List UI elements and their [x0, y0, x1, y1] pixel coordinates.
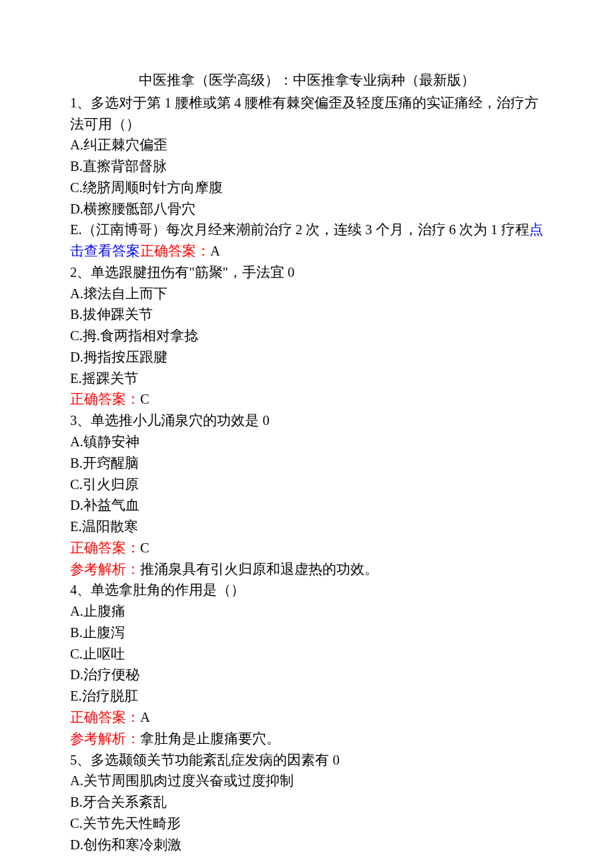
q5-option-b: B.牙合关系紊乱 — [70, 792, 544, 813]
q3-answer-line: 正确答案：C — [70, 538, 544, 559]
q3-option-b: B.开窍醒脑 — [70, 453, 544, 474]
q2-option-e: E.摇踝关节 — [70, 368, 544, 390]
q2-stem-prefix: 2、单选 — [70, 265, 119, 280]
q3-answer-label: 正确答案： — [70, 540, 140, 555]
q3-option-d: D.补益气血 — [70, 495, 544, 516]
q2-stem-rest: 跟腱扭伤有"筋聚"，手法宜 0 — [119, 265, 294, 280]
q4-explain-line: 参考解析：拿肚角是止腹痛要穴。 — [70, 729, 544, 750]
q1-option-a: A.纠正棘穴偏歪 — [70, 135, 544, 156]
q1-answer-value: A — [210, 244, 220, 258]
q4-stem-prefix: 4、单选 — [70, 582, 119, 597]
question-2: 2、单选跟腱扭伤有"筋聚"，手法宜 0 A.㨰法自上而下 B.拔伸踝关节 C.拇… — [70, 262, 544, 410]
q1-stem-prefix: 1、多选 — [70, 95, 119, 110]
q4-option-a: A.止腹痛 — [70, 601, 544, 622]
q3-option-a: A.镇静安神 — [70, 432, 544, 453]
q2-answer-label: 正确答案： — [70, 392, 140, 406]
q2-stem: 2、单选跟腱扭伤有"筋聚"，手法宜 0 — [70, 262, 544, 284]
q5-stem-prefix: 5、多选 — [70, 753, 119, 767]
q3-stem: 3、单选推小儿涌泉穴的功效是 0 — [70, 410, 544, 432]
q2-answer-line: 正确答案：C — [70, 389, 544, 410]
q2-option-c: C.拇.食两指相对拿捻 — [70, 326, 544, 347]
q3-answer-value: C — [140, 540, 149, 555]
q4-answer-line: 正确答案：A — [70, 707, 544, 729]
q5-option-c: C.关节先天性畸形 — [70, 813, 544, 835]
q4-answer-value: A — [140, 710, 150, 725]
q1-option-c: C.绕脐周顺时针方向摩腹 — [70, 177, 544, 199]
q3-explain-label: 参考解析： — [70, 562, 140, 576]
q4-explain-label: 参考解析： — [70, 731, 140, 746]
q5-stem-rest: 颞颌关节功能紊乱症发病的因素有 0 — [119, 753, 339, 767]
q3-explain-line: 参考解析：推涌泉具有引火归原和退虚热的功效。 — [70, 559, 544, 580]
q4-stem-rest: 拿肚角的作用是（） — [119, 582, 245, 597]
q1-stem: 1、多选对于第 1 腰椎或第 4 腰椎有棘突偏歪及轻度压痛的实证痛经，治疗方法可… — [70, 93, 544, 135]
q4-option-e: E.治疗脱肛 — [70, 686, 544, 707]
question-5: 5、多选颞颌关节功能紊乱症发病的因素有 0 A.关节周围肌肉过度兴奋或过度抑制 … — [70, 750, 544, 856]
q3-explain-value: 推涌泉具有引火归原和退虚热的功效。 — [140, 562, 378, 576]
q1-option-e-line: E.（江南博哥）每次月经来潮前治疗 2 次，连续 3 个月，治疗 6 次为 1 … — [70, 220, 544, 262]
q2-answer-value: C — [140, 392, 149, 406]
q5-option-d: D.创伤和寒冷刺激 — [70, 835, 544, 856]
q4-explain-value: 拿肚角是止腹痛要穴。 — [140, 731, 280, 746]
q1-stem-rest: 对于第 1 腰椎或第 4 腰椎有棘突偏歪及轻度压痛的实证痛经，治疗方法可用（） — [70, 95, 539, 131]
q3-option-c: C.引火归原 — [70, 474, 544, 496]
q5-stem: 5、多选颞颌关节功能紊乱症发病的因素有 0 — [70, 750, 544, 771]
page-title: 中医推拿（医学高级）：中医推拿专业病种（最新版） — [70, 70, 544, 91]
q4-stem: 4、单选拿肚角的作用是（） — [70, 580, 544, 601]
q3-option-e: E.温阳散寒 — [70, 516, 544, 538]
q1-option-e: E.（江南博哥）每次月经来潮前治疗 2 次，连续 3 个月，治疗 6 次为 1 … — [70, 222, 529, 237]
q3-stem-rest: 推小儿涌泉穴的功效是 0 — [119, 413, 269, 428]
q4-option-b: B.止腹泻 — [70, 622, 544, 644]
q4-answer-label: 正确答案： — [70, 710, 140, 725]
q4-option-c: C.止呕吐 — [70, 644, 544, 665]
question-1: 1、多选对于第 1 腰椎或第 4 腰椎有棘突偏歪及轻度压痛的实证痛经，治疗方法可… — [70, 93, 544, 262]
q2-option-b: B.拔伸踝关节 — [70, 304, 544, 326]
title-text: 中医推拿（医学高级）：中医推拿专业病种（最新版） — [139, 73, 475, 87]
q1-option-b: B.直擦背部督脉 — [70, 156, 544, 177]
q4-option-d: D.治疗便秘 — [70, 665, 544, 686]
q1-answer-label: 正确答案： — [140, 244, 210, 258]
q5-option-a: A.关节周围肌肉过度兴奋或过度抑制 — [70, 771, 544, 792]
q2-option-a: A.㨰法自上而下 — [70, 284, 544, 305]
q1-option-d: D.横擦腰骶部八骨穴 — [70, 199, 544, 220]
question-3: 3、单选推小儿涌泉穴的功效是 0 A.镇静安神 B.开窍醒脑 C.引火归原 D.… — [70, 410, 544, 580]
q2-option-d: D.拇指按压跟腱 — [70, 347, 544, 368]
question-4: 4、单选拿肚角的作用是（） A.止腹痛 B.止腹泻 C.止呕吐 D.治疗便秘 E… — [70, 580, 544, 749]
q3-stem-prefix: 3、单选 — [70, 413, 119, 428]
